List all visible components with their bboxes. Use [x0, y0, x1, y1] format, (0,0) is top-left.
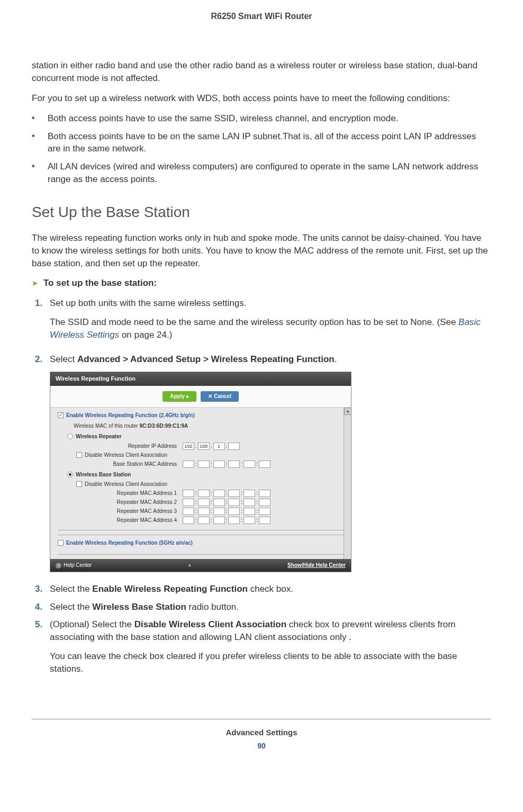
mac-field[interactable]	[259, 499, 270, 506]
mac-field[interactable]	[213, 517, 225, 524]
bullet-icon: •	[32, 130, 48, 156]
step-5-text: (Optional) Select the Disable Wireless C…	[50, 618, 491, 644]
mac-field[interactable]	[183, 461, 194, 468]
mac-field[interactable]	[228, 499, 240, 506]
footer-section-title: Advanced Settings	[32, 727, 491, 738]
disable-assoc-checkbox-repeater[interactable]	[76, 452, 82, 458]
mac-field[interactable]	[198, 461, 210, 468]
router-screenshot: Wireless Repeating Function Apply ▸ ✕ Ca…	[50, 372, 351, 572]
mac-field[interactable]	[213, 461, 225, 468]
mac-field[interactable]	[198, 490, 210, 497]
ip-field-2[interactable]: 168	[198, 443, 210, 450]
step-1-sub-a: The SSID and mode need to be the same an…	[50, 317, 458, 327]
rep-mac3-label: Repeater MAC Address 3	[87, 508, 177, 515]
mac-field[interactable]	[259, 490, 270, 497]
mac-field[interactable]	[183, 490, 194, 497]
mac-field[interactable]	[228, 508, 240, 515]
step-number-5: 5.	[32, 618, 50, 681]
section-heading: Set Up the Base Station	[32, 202, 491, 222]
conditions-list: • Both access points have to use the sam…	[32, 112, 491, 186]
enable-5ghz-label: Enable Wireless Repeating Function (5GHz…	[66, 539, 193, 547]
enable-5ghz-checkbox[interactable]	[58, 540, 64, 546]
apply-button[interactable]: Apply ▸	[163, 391, 196, 402]
mac-field[interactable]	[259, 508, 270, 515]
help-center-label: Help Center	[64, 562, 92, 568]
mac-field[interactable]	[244, 499, 255, 506]
help-center-link[interactable]: ?Help Center	[56, 562, 92, 569]
mac-field[interactable]	[198, 517, 210, 524]
step-2-post: .	[335, 354, 337, 364]
step-3-pre: Select the	[50, 584, 92, 594]
step-number-3: 3.	[32, 583, 50, 596]
step-number-4: 4.	[32, 601, 50, 613]
mac-field[interactable]	[244, 517, 255, 524]
rep-mac1-label: Repeater MAC Address 1	[87, 490, 177, 497]
bullet-icon: •	[32, 160, 48, 186]
wireless-base-label: Wireless Base Station	[76, 471, 131, 479]
mac-field[interactable]	[228, 461, 240, 468]
mac-field[interactable]	[244, 490, 255, 497]
ip-field-1[interactable]: 192	[183, 443, 194, 450]
wireless-repeater-radio[interactable]	[67, 434, 73, 439]
mac-field[interactable]	[228, 490, 240, 497]
repeater-ip-label: Repeater IP Address	[87, 443, 177, 450]
disable-assoc-checkbox-base[interactable]	[76, 481, 82, 487]
mac-field[interactable]	[198, 508, 210, 515]
enable-24ghz-checkbox[interactable]: ✓	[58, 412, 64, 418]
step-4-text: Select the Wireless Base Station radio b…	[50, 601, 491, 613]
condition-item-1: Both access points have to use the same …	[48, 112, 491, 125]
disable-assoc-label-base: Disable Wireless Client Association	[85, 481, 167, 488]
step-number-2: 2.	[32, 353, 50, 578]
bullet-icon: •	[32, 112, 48, 125]
step-3-bold: Enable Wireless Repeating Function	[92, 584, 248, 594]
step-5-sub: You can leave the check box cleared if y…	[50, 650, 491, 675]
ip-field-3[interactable]: 1	[213, 443, 225, 450]
wireless-base-radio[interactable]	[67, 472, 73, 477]
step-number-1: 1.	[32, 297, 50, 347]
ss-window-title: Wireless Repeating Function	[50, 372, 351, 385]
wireless-repeater-label: Wireless Repeater	[76, 433, 122, 440]
mac-field[interactable]	[259, 461, 270, 468]
ip-field-4[interactable]	[228, 443, 240, 450]
intro-para-1: station in either radio band and use the…	[32, 59, 491, 85]
mac-field[interactable]	[213, 499, 225, 506]
step-2-text: Select Advanced > Advanced Setup > Wirel…	[50, 353, 491, 366]
mac-field[interactable]	[213, 508, 225, 515]
mac-field[interactable]	[183, 517, 194, 524]
mac-field[interactable]	[244, 461, 255, 468]
mac-field[interactable]	[198, 499, 210, 506]
mac-value: 9C:D3:6D:99:C1:9A	[139, 423, 188, 429]
help-icon: ?	[56, 563, 61, 569]
footer-page-number: 90	[32, 741, 491, 752]
condition-item-2: Both access points have to be on the sam…	[48, 130, 491, 156]
step-5-pre: (Optional) Select the	[50, 619, 134, 629]
base-mac-label: Base Station MAC Address	[87, 461, 177, 468]
step-2-pre: Select	[50, 354, 77, 364]
cancel-button[interactable]: ✕ Cancel	[201, 391, 239, 402]
mac-field[interactable]	[183, 499, 194, 506]
mac-field[interactable]	[244, 508, 255, 515]
mac-field[interactable]	[183, 508, 194, 515]
mac-field[interactable]	[213, 490, 225, 497]
expand-arrow-icon[interactable]: ▲	[187, 562, 192, 569]
step-1-text: Set up both units with the same wireless…	[50, 297, 491, 310]
intro-para-2: For you to set up a wireless network wit…	[32, 92, 491, 105]
step-4-bold: Wireless Base Station	[92, 602, 186, 612]
rep-mac4-label: Repeater MAC Address 4	[87, 517, 177, 524]
step-1-sub: The SSID and mode need to be the same an…	[50, 316, 491, 341]
procedure-arrow-icon: ➤	[32, 278, 38, 289]
step-4-pre: Select the	[50, 602, 92, 612]
rep-mac2-label: Repeater MAC Address 2	[87, 499, 177, 506]
show-hide-help-link[interactable]: Show/Hide Help Center	[287, 562, 346, 569]
mac-label: Wireless MAC of this router	[74, 423, 139, 429]
scrollbar[interactable]: ▴	[344, 408, 351, 559]
mac-field[interactable]	[259, 517, 270, 524]
page-header-title: R6250 Smart WiFi Router	[32, 11, 491, 22]
disable-assoc-label-repeater: Disable Wireless Client Association	[85, 452, 167, 459]
mac-field[interactable]	[228, 517, 240, 524]
step-1-sub-b: on page 24.)	[119, 330, 172, 340]
step-5-bold: Disable Wireless Client Association	[134, 619, 286, 629]
scroll-up-icon[interactable]: ▴	[344, 408, 351, 415]
step-3-post: check box.	[248, 584, 293, 594]
procedure-title: To set up the base station:	[43, 277, 157, 290]
